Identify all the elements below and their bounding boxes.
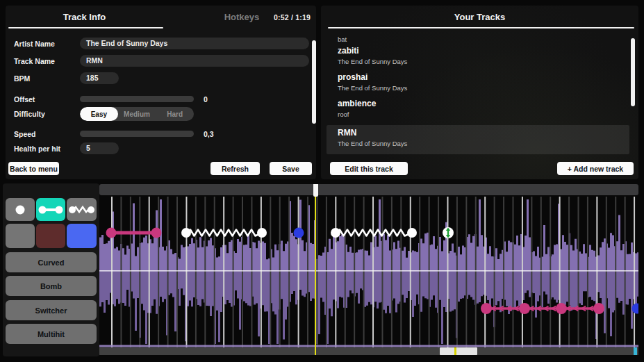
playhead-line — [315, 197, 316, 355]
offset-label: Offset — [14, 95, 80, 104]
offset-slider[interactable] — [80, 96, 194, 102]
speed-slider[interactable] — [80, 131, 194, 137]
hold-note-tool-button[interactable] — [36, 198, 65, 221]
active-tab-underline — [8, 27, 163, 28]
minimap-end-marker — [634, 347, 637, 355]
track-list-item[interactable]: RMNThe End of Sunny Days — [327, 125, 629, 154]
artist-name-input[interactable]: The End of Sunny Days — [80, 38, 309, 49]
curved-tool-button[interactable]: Curved — [6, 252, 97, 272]
track-list: batzabitiThe End of Sunny DaysproshaiThe… — [321, 6, 638, 160]
track-list-item[interactable]: ambienceroof — [327, 96, 629, 121]
color-swatch-maroon[interactable] — [36, 224, 65, 248]
bomb-tool-button[interactable]: Bomb — [6, 276, 97, 296]
difficulty-option-hard[interactable]: Hard — [156, 107, 194, 121]
track-list-item[interactable]: bat — [327, 31, 629, 42]
refresh-button[interactable]: Refresh — [210, 162, 260, 175]
difficulty-label: Difficulty — [14, 110, 80, 118]
health-per-hit-label: Health per hit — [14, 145, 80, 153]
difficulty-option-easy[interactable]: Easy — [80, 107, 118, 121]
track-item-title: proshai — [338, 72, 629, 82]
time-display: 0:52 / 1:19 — [274, 13, 311, 22]
color-swatch-blue[interactable] — [67, 224, 97, 248]
note-tap-blue[interactable] — [294, 228, 304, 238]
track-name-label: Track Name — [14, 57, 80, 65]
track-item-subtitle: roof — [338, 110, 629, 118]
your-tracks-panel: Your Tracks batzabitiThe End of Sunny Da… — [321, 6, 638, 179]
switcher-tool-button[interactable]: Switcher — [6, 300, 97, 320]
scrub-position-marker[interactable] — [313, 184, 318, 197]
back-to-menu-button[interactable]: Back to menu — [8, 162, 59, 175]
speed-label: Speed — [14, 130, 80, 138]
hold-note-icon — [38, 203, 64, 217]
track-item-title: RMN — [338, 128, 629, 138]
tap-note-tool-button[interactable] — [6, 198, 35, 221]
track-item-title: zabiti — [338, 46, 629, 56]
artist-name-label: Artist Name — [14, 40, 80, 48]
note-switcher[interactable] — [443, 227, 454, 238]
tab-hotkeys[interactable]: Hotkeys — [200, 12, 283, 22]
difficulty-segmented-control: Easy Medium Hard — [80, 107, 194, 121]
track-item-subtitle: The End of Sunny Days — [338, 140, 629, 147]
track-list-item[interactable]: zabitiThe End of Sunny Days — [327, 43, 629, 68]
track-list-item[interactable]: proshaiThe End of Sunny Days — [327, 69, 629, 94]
track-info-scrollbar[interactable] — [312, 40, 316, 124]
tab-track-info[interactable]: Track Info — [6, 12, 163, 22]
waveform-timeline[interactable] — [99, 184, 638, 355]
vibrato-note-tool-button[interactable] — [67, 198, 97, 221]
multihit-tool-button[interactable]: Multihit — [6, 324, 97, 344]
add-new-track-button[interactable]: + Add new track — [557, 162, 634, 175]
track-name-input[interactable]: RMN — [80, 55, 309, 67]
beatmap-editor: Curved Bomb Switcher Multihit — [0, 179, 644, 362]
vibrato-note-icon — [68, 203, 96, 217]
save-button[interactable]: Save — [270, 162, 312, 175]
tap-note-icon — [10, 203, 31, 217]
track-info-panel: Track Info Hotkeys 0:52 / 1:19 Artist Na… — [6, 6, 316, 179]
color-swatch-gray[interactable] — [6, 224, 35, 248]
your-tracks-scrollbar[interactable] — [631, 38, 635, 106]
difficulty-option-medium[interactable]: Medium — [118, 107, 156, 121]
bpm-label: BPM — [14, 74, 80, 83]
health-per-hit-input[interactable]: 5 — [80, 142, 119, 154]
minimap-scrollbar[interactable] — [99, 347, 638, 355]
minimap-playhead-marker — [454, 347, 456, 355]
track-item-subtitle: The End of Sunny Days — [338, 58, 629, 65]
bpm-input[interactable]: 185 — [80, 72, 119, 84]
track-item-subtitle: The End of Sunny Days — [338, 84, 629, 92]
waveform-canvas[interactable] — [99, 184, 638, 355]
track-item-title: ambience — [338, 99, 629, 108]
offset-value: 0 — [204, 95, 208, 104]
track-item-subtitle: bat — [338, 35, 629, 43]
edit-this-track-button[interactable]: Edit this track — [330, 162, 408, 175]
minimap-thumb[interactable] — [440, 347, 477, 355]
speed-value: 0,3 — [204, 130, 214, 138]
